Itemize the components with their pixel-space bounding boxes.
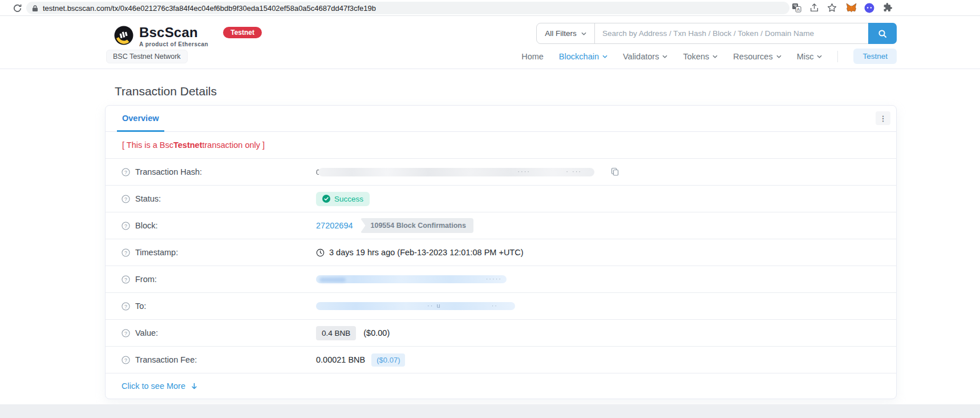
nav-item-blockchain[interactable]: Blockchain xyxy=(559,52,608,61)
svg-text:?: ? xyxy=(124,276,127,282)
card-menu-button[interactable]: ⋮ xyxy=(876,111,890,125)
chevron-down-icon xyxy=(817,55,822,58)
timestamp-label: ? Timestamp: xyxy=(122,248,316,257)
notice-prefix: [ This is a Bsc xyxy=(122,140,173,150)
brand-tagline: A product of Etherscan xyxy=(139,41,208,47)
translate-icon[interactable]: A xyxy=(792,3,802,13)
nav-label: Tokens xyxy=(683,52,709,61)
arrow-down-icon xyxy=(191,382,198,390)
brand-name: BscScan xyxy=(139,26,208,39)
see-more-row: Click to see More xyxy=(106,373,896,399)
svg-text:?: ? xyxy=(124,223,127,228)
svg-text:?: ? xyxy=(124,357,127,363)
testnet-network-button[interactable]: Testnet xyxy=(853,49,897,64)
copy-icon[interactable] xyxy=(609,166,621,178)
help-circle-icon: ? xyxy=(122,275,130,284)
svg-text:?: ? xyxy=(124,169,127,175)
notice-bold: Testnet xyxy=(173,140,203,150)
search-filter-label: All Filters xyxy=(545,29,577,38)
wallet-extension-icon[interactable] xyxy=(864,3,874,13)
nav-item-tokens[interactable]: Tokens xyxy=(683,52,718,61)
metamask-icon[interactable] xyxy=(846,3,856,13)
value-amount-badge: 0.4 BNB xyxy=(316,326,356,340)
help-circle-icon: ? xyxy=(122,356,130,364)
url-bar[interactable]: testnet.bscscan.com/tx/0x46e021276c3fa84… xyxy=(26,2,789,14)
url-text: testnet.bscscan.com/tx/0x46e021276c3fa84… xyxy=(43,4,376,13)
nav-label: Blockchain xyxy=(559,52,599,61)
testnet-notice: [ This is a Bsc Testnet transaction only… xyxy=(106,132,896,159)
from-label: ? From: xyxy=(122,275,316,284)
page-title: Transaction Details xyxy=(115,85,217,98)
kebab-icon: ⋮ xyxy=(880,115,887,122)
search-input[interactable] xyxy=(595,23,868,43)
svg-text:A: A xyxy=(797,7,800,12)
redacted-from-address: ····· xyxy=(316,275,507,284)
clock-icon xyxy=(316,248,325,257)
block-number-link[interactable]: 27202694 xyxy=(316,221,353,230)
row-from: ? From: ····· xyxy=(106,266,896,293)
chevron-down-icon xyxy=(776,55,781,58)
row-transaction-fee: ? Transaction Fee: 0.00021 BNB ($0.07) xyxy=(106,347,896,373)
nav-label: Resources xyxy=(733,52,772,61)
help-circle-icon: ? xyxy=(122,302,130,311)
nav-label: Validators xyxy=(623,52,659,61)
timestamp-value: 3 days 19 hrs ago (Feb-13-2023 12:01:08 … xyxy=(329,248,524,257)
fee-amount: 0.00021 BNB xyxy=(316,355,365,364)
search-bar: All Filters xyxy=(536,23,897,44)
block-label: ? Block: xyxy=(122,221,316,230)
nav-label: Misc xyxy=(797,52,814,61)
chevron-down-icon xyxy=(602,55,608,58)
search-filter-dropdown[interactable]: All Filters xyxy=(537,23,595,43)
bscscan-logo[interactable]: BscScan A product of Etherscan Testnet xyxy=(114,26,262,47)
chevron-down-icon xyxy=(581,32,586,35)
nav-label: Home xyxy=(521,52,544,61)
testnet-badge: Testnet xyxy=(223,27,262,38)
check-circle-icon xyxy=(322,195,330,203)
svg-text:?: ? xyxy=(124,303,127,309)
redacted-to-address: ·· u ·· xyxy=(316,302,515,311)
chevron-down-icon xyxy=(662,55,667,58)
to-label: ? To: xyxy=(122,302,316,311)
search-button[interactable] xyxy=(868,23,897,44)
svg-text:?: ? xyxy=(124,250,127,255)
footer-strip xyxy=(0,404,980,418)
nav-item-misc[interactable]: Misc xyxy=(797,52,823,61)
main-nav: Home Blockchain Validators Tokens Resour… xyxy=(521,49,897,64)
status-label: ? Status: xyxy=(122,194,316,203)
see-more-link[interactable]: Click to see More xyxy=(122,381,198,391)
network-label: BSC Testnet Network xyxy=(106,50,188,63)
transaction-fee-label: ? Transaction Fee: xyxy=(122,355,316,364)
tab-overview[interactable]: Overview xyxy=(117,106,164,132)
bookmark-star-icon[interactable] xyxy=(827,3,837,13)
lock-icon xyxy=(32,5,38,12)
extensions-puzzle-icon[interactable] xyxy=(882,3,893,13)
help-circle-icon: ? xyxy=(122,222,130,230)
nav-item-resources[interactable]: Resources xyxy=(733,52,781,61)
svg-text:?: ? xyxy=(124,196,127,202)
help-circle-icon: ? xyxy=(122,329,130,337)
bscscan-logo-icon xyxy=(114,26,133,45)
nav-item-validators[interactable]: Validators xyxy=(623,52,667,61)
transaction-card: Overview ⋮ [ This is a Bsc Testnet trans… xyxy=(105,105,897,399)
card-header: Overview ⋮ xyxy=(106,106,896,132)
row-transaction-hash: ? Transaction Hash: 0 ···· · ··· xyxy=(106,159,896,186)
notice-suffix: transaction only ] xyxy=(202,140,265,150)
nav-divider xyxy=(837,51,838,62)
svg-text:?: ? xyxy=(124,330,127,336)
transaction-hash-label: ? Transaction Hash: xyxy=(122,167,316,176)
reload-icon[interactable] xyxy=(13,3,23,14)
share-icon[interactable] xyxy=(809,3,820,13)
value-usd: ($0.00) xyxy=(363,328,390,337)
site-header: BscScan A product of Etherscan Testnet B… xyxy=(0,16,980,69)
row-status: ? Status: Success xyxy=(106,186,896,212)
chevron-down-icon xyxy=(712,55,718,58)
nav-item-home[interactable]: Home xyxy=(521,52,544,61)
help-circle-icon: ? xyxy=(122,195,130,203)
row-block: ? Block: 27202694 109554 Block Confirmat… xyxy=(106,212,896,239)
row-value: ? Value: 0.4 BNB ($0.00) xyxy=(106,320,896,347)
help-circle-icon: ? xyxy=(122,248,130,257)
row-timestamp: ? Timestamp: 3 days 19 hrs ago (Feb-13-2… xyxy=(106,239,896,266)
help-circle-icon: ? xyxy=(122,168,130,176)
search-icon xyxy=(878,29,887,38)
browser-chrome: testnet.bscscan.com/tx/0x46e021276c3fa84… xyxy=(0,0,980,16)
